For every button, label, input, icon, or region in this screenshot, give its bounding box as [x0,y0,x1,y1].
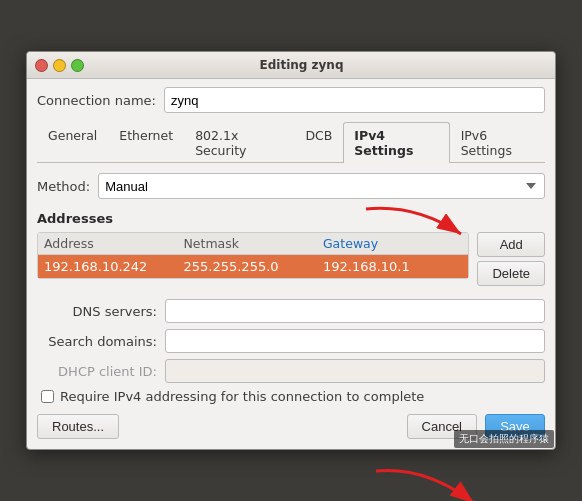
arrow-save [366,461,486,501]
tabs-bar: General Ethernet 802.1x Security DCB IPv… [37,121,545,163]
delete-button[interactable]: Delete [477,261,545,286]
tab-general[interactable]: General [37,122,108,163]
addresses-section-title: Addresses [37,211,545,226]
table-body: 192.168.10.242 255.255.255.0 192.168.10.… [38,255,468,278]
search-domains-input[interactable] [165,329,545,353]
require-ipv4-label: Require IPv4 addressing for this connect… [60,389,424,404]
tab-ipv6[interactable]: IPv6 Settings [450,122,545,163]
dhcp-client-id-label: DHCP client ID: [37,364,157,379]
tab-dcb[interactable]: DCB [294,122,343,163]
cell-netmask: 255.255.255.0 [183,259,322,274]
dns-servers-row: DNS servers: [37,299,545,323]
addresses-section: Address Netmask Gateway 192.168.10.242 2… [37,232,545,289]
connection-name-input[interactable] [164,87,545,113]
col-address: Address [44,236,183,251]
addresses-buttons: Add Delete [477,232,545,289]
window-controls [35,59,84,72]
cell-address: 192.168.10.242 [44,259,183,274]
col-netmask: Netmask [183,236,322,251]
col-gateway: Gateway [323,236,462,251]
add-button[interactable]: Add [477,232,545,257]
table-row[interactable]: 192.168.10.242 255.255.255.0 192.168.10.… [38,255,468,278]
tab-ipv4[interactable]: IPv4 Settings [343,122,449,163]
content-area: Connection name: General Ethernet 802.1x… [27,79,555,449]
main-window: Editing zynq Connection name: General Et… [26,51,556,450]
method-label: Method: [37,179,90,194]
require-ipv4-row: Require IPv4 addressing for this connect… [41,389,545,404]
routes-button[interactable]: Routes... [37,414,119,439]
search-domains-row: Search domains: [37,329,545,353]
method-row: Method: Manual Automatic (DHCP) Link-Loc… [37,173,545,199]
window-title: Editing zynq [90,58,513,72]
addresses-table-wrap: Address Netmask Gateway 192.168.10.242 2… [37,232,469,289]
require-ipv4-checkbox[interactable] [41,390,54,403]
watermark: 无口会拍照的程序猿 [454,430,554,448]
tab-security[interactable]: 802.1x Security [184,122,294,163]
addresses-table: Address Netmask Gateway 192.168.10.242 2… [37,232,469,279]
method-select[interactable]: Manual Automatic (DHCP) Link-Local Only … [98,173,545,199]
tab-ethernet[interactable]: Ethernet [108,122,184,163]
close-button[interactable] [35,59,48,72]
minimize-button[interactable] [53,59,66,72]
dhcp-client-id-input [165,359,545,383]
maximize-button[interactable] [71,59,84,72]
dns-servers-label: DNS servers: [37,304,157,319]
connection-name-row: Connection name: [37,87,545,113]
connection-name-label: Connection name: [37,93,156,108]
titlebar: Editing zynq [27,52,555,79]
dhcp-client-id-row: DHCP client ID: [37,359,545,383]
table-header: Address Netmask Gateway [38,233,468,255]
dns-servers-input[interactable] [165,299,545,323]
search-domains-label: Search domains: [37,334,157,349]
cell-gateway: 192.168.10.1 [323,259,462,274]
